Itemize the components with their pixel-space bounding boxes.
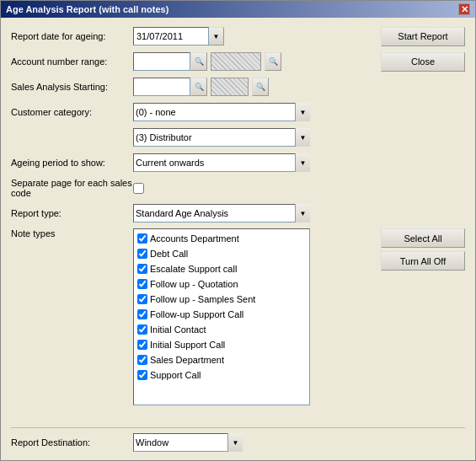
separator (11, 427, 465, 428)
ageing-period-select[interactable]: Current onwards (133, 153, 310, 172)
note-item-label: Follow up - Samples Sent (150, 294, 255, 304)
ageing-period-label: Ageing period to show: (11, 158, 133, 168)
ageing-period-controls: Current onwards ▼ (133, 153, 368, 172)
report-type-label: Report type: (11, 208, 133, 218)
note-item-checkbox[interactable] (137, 264, 147, 274)
window-close-button[interactable]: ✕ (458, 3, 470, 15)
note-item: Accounts Department (136, 231, 308, 246)
account-right: Close (368, 52, 465, 72)
customer-category-label: Customer category: (11, 107, 133, 117)
note-item-checkbox[interactable] (137, 370, 147, 380)
customer-category-controls: (0) - none ▼ (133, 103, 368, 121)
account-number-controls: 🔍 🔍 (133, 52, 368, 71)
note-item-label: Accounts Department (150, 233, 239, 244)
distributor-wrapper: (3) Distributor ▼ (133, 128, 310, 147)
note-item-label: Support Call (150, 370, 201, 380)
note-item-label: Follow up - Quotation (150, 279, 238, 289)
report-dest-label: Report Destination: (11, 437, 133, 448)
report-type-row: Report type: Standard Age Analysis ▼ (11, 203, 465, 223)
note-types-label: Note types (11, 228, 133, 239)
close-button[interactable]: Close (381, 52, 465, 72)
note-types-row: Note types Accounts DepartmentDebt CallE… (11, 228, 465, 405)
report-date-wrapper: ▼ (133, 27, 224, 46)
note-item: Support Call (136, 367, 308, 383)
title-bar: Age Analysis Report (with call notes) ✕ (1, 1, 475, 18)
top-right-buttons: Start Report (368, 27, 465, 46)
distributor-row: (3) Distributor ▼ (11, 127, 465, 147)
separate-page-checkbox[interactable] (133, 183, 144, 194)
window-title: Age Analysis Report (with call notes) (6, 4, 168, 14)
account-hatch (211, 52, 261, 71)
form-content: Report date for ageing: ▼ Start Report A… (1, 18, 475, 424)
distributor-controls: (3) Distributor ▼ (133, 128, 368, 147)
report-type-wrapper: Standard Age Analysis ▼ (133, 204, 310, 222)
note-item-label: Sales Department (150, 355, 224, 365)
note-item-checkbox[interactable] (137, 279, 147, 289)
report-date-row: Report date for ageing: ▼ Start Report (11, 26, 465, 46)
sales-from-browse[interactable]: 🔍 (190, 78, 207, 96)
turn-all-off-button[interactable]: Turn All Off (381, 251, 465, 271)
note-types-list: Accounts DepartmentDebt CallEscalate Sup… (133, 228, 310, 405)
sales-analysis-row: Sales Analysis Starting: 🔍 🔍 (11, 77, 465, 97)
sales-from-input[interactable] (133, 78, 190, 96)
report-dest-select[interactable]: Window (133, 433, 243, 452)
report-date-label: Report date for ageing: (11, 31, 133, 41)
note-item-checkbox[interactable] (137, 324, 147, 335)
note-item-label: Debt Call (150, 249, 188, 259)
account-from-input[interactable] (133, 52, 190, 71)
note-types-controls: Accounts DepartmentDebt CallEscalate Sup… (133, 228, 368, 405)
account-number-row: Account number range: 🔍 🔍 Close (11, 51, 465, 72)
account-to-browse[interactable]: 🔍 (265, 52, 281, 71)
note-item-label: Initial Contact (150, 324, 206, 335)
note-item: Follow up - Quotation (136, 276, 308, 292)
sales-from-wrapper: 🔍 (133, 78, 207, 96)
report-date-dropdown-btn[interactable]: ▼ (209, 27, 224, 46)
account-number-label: Account number range: (11, 56, 133, 67)
start-report-button[interactable]: Start Report (381, 27, 465, 46)
ageing-period-wrapper: Current onwards ▼ (133, 153, 310, 172)
note-item-checkbox[interactable] (137, 309, 147, 319)
sales-to-browse[interactable]: 🔍 (252, 78, 269, 96)
report-type-select[interactable]: Standard Age Analysis (133, 204, 310, 222)
note-item: Follow up - Samples Sent (136, 292, 308, 307)
main-window: Age Analysis Report (with call notes) ✕ … (0, 0, 476, 461)
report-date-controls: ▼ (133, 27, 368, 46)
account-from-browse[interactable]: 🔍 (190, 52, 207, 71)
note-item-checkbox[interactable] (137, 249, 147, 259)
note-right-buttons: Select All Turn All Off (368, 228, 465, 271)
note-item-label: Follow-up Support Call (150, 309, 243, 319)
sales-hatch (211, 78, 249, 96)
report-dest-row: Report Destination: Window ▼ (11, 433, 465, 452)
bottom-area: Report Destination: Window ▼ (1, 424, 475, 460)
customer-cat1-wrapper: (0) - none ▼ (133, 103, 310, 121)
note-item-label: Initial Support Call (150, 340, 225, 350)
customer-cat1-select[interactable]: (0) - none (133, 103, 310, 121)
note-item-label: Escalate Support call (150, 264, 237, 274)
report-date-input[interactable] (133, 27, 209, 46)
separate-page-controls (133, 183, 368, 194)
note-item: Sales Department (136, 352, 308, 367)
report-dest-wrapper: Window ▼ (133, 433, 243, 452)
select-all-button[interactable]: Select All (381, 228, 465, 248)
note-item: Initial Contact (136, 322, 308, 337)
note-item-checkbox[interactable] (137, 294, 147, 304)
note-item: Follow-up Support Call (136, 307, 308, 322)
ageing-period-row: Ageing period to show: Current onwards ▼ (11, 153, 465, 173)
sales-analysis-label: Sales Analysis Starting: (11, 82, 133, 92)
note-item-checkbox[interactable] (137, 340, 147, 350)
sales-analysis-controls: 🔍 🔍 (133, 78, 368, 96)
note-item-checkbox[interactable] (137, 355, 147, 365)
distributor-select[interactable]: (3) Distributor (133, 128, 310, 147)
separate-page-row: Separate page for each sales code (11, 178, 465, 198)
separate-page-label: Separate page for each sales code (11, 178, 133, 198)
report-type-controls: Standard Age Analysis ▼ (133, 204, 368, 222)
note-item-checkbox[interactable] (137, 233, 147, 244)
note-item: Debt Call (136, 246, 308, 261)
note-item: Initial Support Call (136, 337, 308, 352)
account-from-wrapper: 🔍 (133, 52, 207, 71)
note-item: Escalate Support call (136, 261, 308, 276)
customer-category-row: Customer category: (0) - none ▼ (11, 102, 465, 122)
